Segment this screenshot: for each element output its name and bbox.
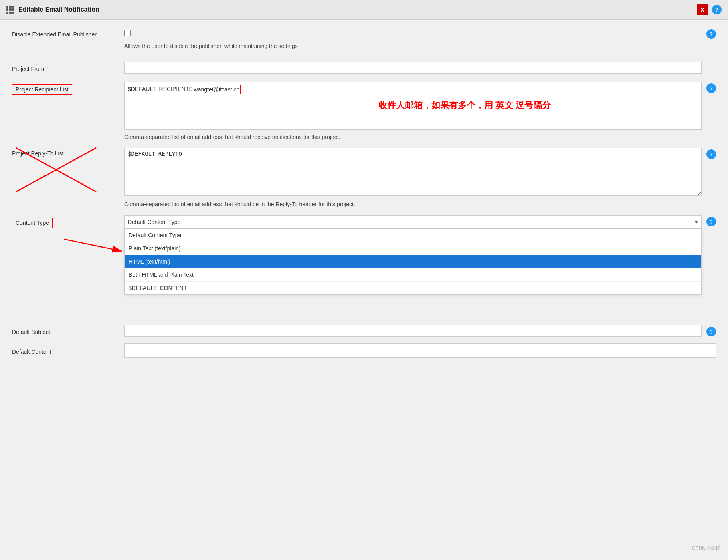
dropdown-item-html[interactable]: HTML (text/html)	[125, 255, 701, 268]
recipient-email-highlight: wangfei@itcast.cn	[193, 85, 241, 94]
default-content-control	[124, 343, 716, 358]
project-replyto-help-icon[interactable]: ?	[706, 149, 716, 159]
default-content-input[interactable]	[124, 343, 716, 358]
recipient-default-text: $DEFAULT_RECIPIENTS	[128, 85, 193, 93]
content-type-help: ?	[706, 215, 716, 226]
project-replyto-textarea[interactable]: $DEFAULT_REPLYTO	[124, 148, 702, 196]
disable-extended-help: ?	[706, 28, 716, 39]
title-bar: Editable Email Notification x ?	[0, 0, 728, 20]
project-replyto-label: Project Reply-To List	[12, 148, 124, 157]
disable-extended-description: Allows the user to disable the publisher…	[124, 42, 716, 50]
close-button[interactable]: x	[697, 4, 708, 15]
recipient-annotation: 收件人邮箱，如果有多个，用 英文 逗号隔分	[378, 98, 551, 112]
recipient-content-area[interactable]: $DEFAULT_RECIPIENTS wangfei@itcast.cn 收件…	[124, 82, 702, 130]
project-from-control	[124, 62, 702, 74]
default-subject-input[interactable]	[124, 325, 702, 337]
content-type-label: Content Type	[12, 215, 124, 228]
default-subject-control	[124, 325, 702, 337]
disable-extended-checkbox-label[interactable]	[124, 30, 702, 36]
project-recipient-help: ?	[706, 82, 716, 93]
project-from-input[interactable]	[124, 62, 702, 74]
content-type-help-icon[interactable]: ?	[706, 217, 716, 226]
svg-line-3	[64, 239, 122, 251]
recipient-description: Comma-separated list of email address th…	[124, 133, 716, 141]
project-recipient-control: $DEFAULT_RECIPIENTS wangfei@itcast.cn 收件…	[124, 82, 702, 130]
disable-extended-label: Disable Extended Email Publisher	[12, 29, 124, 38]
content-type-dropdown-open: Default Content Type Plain Text (text/pl…	[124, 229, 702, 295]
project-recipient-row: Project Recipient List $DEFAULT_RECIPIEN…	[12, 82, 716, 130]
project-recipient-label: Project Recipient List	[12, 82, 124, 95]
default-subject-row: Default Subject ?	[12, 325, 716, 337]
project-replyto-row: Project Reply-To List $DEFAULT_REPLYTO ?	[12, 148, 716, 197]
project-from-row: Project From ?	[12, 62, 716, 74]
replyto-label-wrapper: Project Reply-To List	[12, 148, 124, 157]
grid-icon	[6, 6, 14, 14]
project-replyto-help: ?	[706, 148, 716, 159]
title-bar-left: Editable Email Notification	[6, 6, 99, 14]
content-type-select[interactable]: Default Content Type Plain Text (text/pl…	[124, 215, 702, 229]
dropdown-item-default[interactable]: Default Content Type	[125, 229, 701, 242]
arrow-svg	[60, 231, 128, 263]
replyto-description: Comma-separated list of email address th…	[124, 200, 716, 209]
content-type-label-boxed: Content Type	[12, 218, 53, 228]
default-content-row: Default Content	[12, 343, 716, 358]
dropdown-item-both[interactable]: Both HTML and Plain Text	[125, 268, 701, 282]
main-container: Editable Email Notification x ? Disable …	[0, 0, 728, 560]
disable-extended-checkbox[interactable]	[124, 30, 131, 36]
page-title: Editable Email Notification	[18, 6, 99, 13]
content-area: Disable Extended Email Publisher ? Allow…	[0, 20, 728, 366]
disable-extended-control	[124, 30, 702, 36]
content-type-control: Default Content Type Plain Text (text/pl…	[124, 215, 702, 229]
content-type-row: Content Type Default Content Type Plain …	[12, 215, 716, 229]
watermark: CSDN ©版权	[692, 545, 720, 552]
disable-extended-help-icon[interactable]: ?	[706, 29, 716, 39]
title-help-icon[interactable]: ?	[712, 5, 722, 14]
content-type-select-wrapper: Default Content Type Plain Text (text/pl…	[124, 215, 702, 229]
project-recipient-help-icon[interactable]: ?	[706, 83, 716, 93]
default-content-label: Default Content	[12, 346, 124, 355]
project-replyto-control: $DEFAULT_REPLYTO	[124, 148, 702, 197]
default-subject-help: ?	[706, 325, 716, 336]
default-subject-help-icon[interactable]: ?	[706, 327, 716, 336]
dropdown-item-plain[interactable]: Plain Text (text/plain)	[125, 242, 701, 255]
disable-extended-row: Disable Extended Email Publisher ?	[12, 28, 716, 39]
project-from-label: Project From	[12, 63, 124, 72]
default-subject-label: Default Subject	[12, 326, 124, 335]
dropdown-item-default-content[interactable]: $DEFAULT_CONTENT	[125, 282, 701, 294]
project-recipient-label-boxed: Project Recipient List	[12, 84, 72, 95]
